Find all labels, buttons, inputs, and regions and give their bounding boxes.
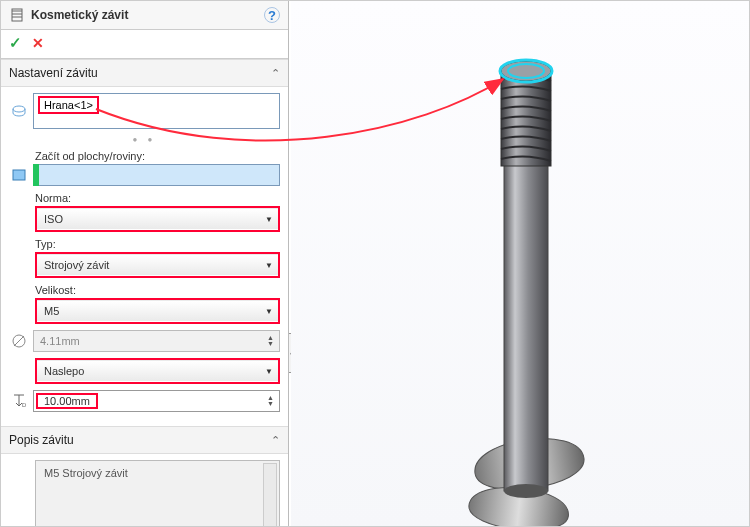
edge-select-row: Hrana<1>: [9, 93, 280, 129]
edge-selection-item[interactable]: Hrana<1>: [42, 98, 95, 112]
minor-diameter-field: 4.11mm ▲▼: [33, 330, 280, 352]
section-header-settings[interactable]: Nastavení závitu ⌃: [1, 59, 288, 87]
ok-button[interactable]: ✓: [9, 34, 22, 52]
size-value: M5: [44, 305, 265, 317]
standard-row: ISO ▼: [35, 206, 280, 232]
section-title-settings: Nastavení závitu: [9, 66, 271, 80]
spinner-icon[interactable]: ▲▼: [266, 395, 275, 407]
model-preview: [291, 1, 749, 526]
end-condition-row: Naslepo ▼: [35, 358, 280, 384]
help-button[interactable]: ?: [264, 7, 280, 23]
size-row: M5 ▼: [35, 298, 280, 324]
section-body-description: M5 Strojový závit: [1, 454, 288, 527]
section-body-settings: Hrana<1> ● ● Začít od plochy/roviny: Nor…: [1, 87, 288, 426]
depth-highlight: 10.00mm: [36, 393, 98, 409]
scrollbar[interactable]: [263, 463, 277, 527]
drag-handle-icon[interactable]: ● ●: [9, 135, 280, 144]
start-face-selection[interactable]: [33, 164, 280, 186]
size-label: Velikost:: [35, 284, 280, 296]
edge-selection-highlight: Hrana<1>: [38, 96, 99, 114]
svg-line-4: [14, 336, 24, 346]
thread-callout-field[interactable]: M5 Strojový závit: [35, 460, 280, 527]
edge-select-icon: [9, 103, 29, 119]
depth-field[interactable]: 10.00mm ▲▼: [33, 390, 280, 412]
end-condition-dropdown[interactable]: Naslepo ▼: [37, 360, 278, 382]
standard-label: Norma:: [35, 192, 280, 204]
standard-dropdown[interactable]: ISO ▼: [37, 208, 278, 230]
svg-text:D: D: [22, 402, 27, 408]
depth-value: 10.00mm: [40, 395, 94, 407]
depth-icon: D: [9, 393, 29, 409]
chevron-up-icon: ⌃: [271, 67, 280, 80]
end-condition-value: Naslepo: [44, 365, 265, 377]
chevron-down-icon: ▼: [265, 307, 273, 316]
panel-title: Kosmetický závit: [31, 8, 264, 22]
type-dropdown[interactable]: Strojový závit ▼: [37, 254, 278, 276]
svg-point-1: [13, 106, 25, 112]
type-value: Strojový závit: [44, 259, 265, 271]
type-highlight: Strojový závit ▼: [35, 252, 280, 278]
minor-diameter-value: 4.11mm: [40, 335, 266, 347]
depth-row: D 10.00mm ▲▼: [9, 390, 280, 412]
thread-callout-value: M5 Strojový závit: [44, 467, 128, 479]
size-dropdown[interactable]: M5 ▼: [37, 300, 278, 322]
type-row: Strojový závit ▼: [35, 252, 280, 278]
chevron-up-icon: ⌃: [271, 434, 280, 447]
section-header-description[interactable]: Popis závitu ⌃: [1, 426, 288, 454]
property-panel: Kosmetický závit ? ✓ ✕ Nastavení závitu …: [1, 1, 289, 526]
start-from-row: [9, 164, 280, 186]
panel-actions: ✓ ✕: [1, 30, 288, 59]
section-title-description: Popis závitu: [9, 433, 271, 447]
chevron-down-icon: ▼: [265, 215, 273, 224]
start-from-label: Začít od plochy/roviny:: [35, 150, 280, 162]
diameter-icon: [9, 333, 29, 349]
chevron-down-icon: ▼: [265, 367, 273, 376]
svg-rect-2: [13, 170, 25, 180]
standard-highlight: ISO ▼: [35, 206, 280, 232]
spinner-icon: ▲▼: [266, 335, 275, 347]
edge-selection-list[interactable]: Hrana<1>: [33, 93, 280, 129]
diameter-row: 4.11mm ▲▼: [9, 330, 280, 352]
size-highlight: M5 ▼: [35, 298, 280, 324]
svg-point-7: [504, 484, 548, 498]
cosmetic-thread-icon: [9, 7, 25, 23]
chevron-down-icon: ▼: [265, 261, 273, 270]
cancel-button[interactable]: ✕: [32, 35, 44, 51]
type-label: Typ:: [35, 238, 280, 250]
end-condition-highlight: Naslepo ▼: [35, 358, 280, 384]
graphics-viewport[interactable]: [291, 1, 749, 526]
panel-header: Kosmetický závit ?: [1, 1, 288, 30]
standard-value: ISO: [44, 213, 265, 225]
face-select-icon: [9, 167, 29, 183]
